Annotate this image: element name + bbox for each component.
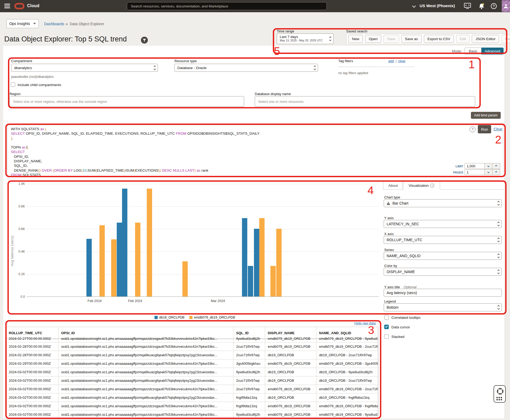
table-row: 2024-03-02T00:00:00.000Zocid1.opsidataba… (6, 385, 378, 393)
region-selector[interactable]: US West (Phoenix) (420, 3, 455, 8)
mode-advanced-button[interactable]: Advanced (481, 48, 504, 54)
compartment-select[interactable]: dbanalytics (11, 64, 158, 72)
user-avatar[interactable] (502, 0, 510, 12)
saved-search-edit-button[interactable]: Edit (456, 35, 470, 43)
tab-visualization-label: Visualization (409, 184, 429, 188)
data-cursor-checkbox[interactable] (384, 325, 389, 329)
legend-item[interactable]: db19_ORCLPDB (154, 316, 185, 319)
database-display-name-input[interactable] (255, 96, 475, 107)
tag-filters-clear-link[interactable]: clear (398, 59, 406, 63)
table-cell: 2024-02-27T00:00:00.000Z (6, 334, 58, 342)
saved-search-save-as-button[interactable]: Save as (401, 35, 422, 43)
support-widget[interactable] (494, 385, 506, 403)
breadcrumb-separator: » (66, 22, 68, 26)
tag-filters-add-link[interactable]: add (388, 59, 394, 63)
table-row: 2024-02-28T00:00:00.000Zocid1.opsidataba… (6, 342, 378, 351)
legend-item[interactable]: emdb079_db19_ORCLPDB (189, 316, 235, 319)
saved-search-export-to-csv-button[interactable]: Export to CSV (424, 35, 454, 43)
include-child-compartments-checkbox[interactable] (11, 82, 15, 87)
sql-line: DENSE_RANK() OVER (ORDER BY LOG(10,SUM(E… (11, 168, 452, 173)
table-cell: ocid1.opsidatabaseinsight.oc1.phx.amaaaa… (58, 351, 233, 359)
resource-type-select[interactable]: Database - Oracle (174, 64, 318, 72)
bar-db19_ORCLPDB (242, 218, 247, 296)
saved-search-delete-button[interactable]: Delete (501, 35, 510, 43)
table-cell: emdb079_db19_ORCLPDB - 2cuc71f0r97wp (316, 342, 378, 351)
chart-type-select[interactable]: Bar Chart (384, 199, 502, 207)
table-row: 2024-03-02T00:00:00.000Zocid1.opsidataba… (6, 393, 378, 402)
table-row: 2024-02-27T00:00:00.000Zocid1.opsidataba… (6, 339, 378, 342)
tab-visualization[interactable]: Visualization i (403, 181, 440, 190)
table-row: 2024-02-29T00:00:00.000Zocid1.opsidataba… (6, 359, 378, 368)
tab-about[interactable]: About (383, 181, 403, 190)
legend-position-select[interactable]: Bottom (384, 303, 502, 311)
breadcrumb-dashboards-link[interactable]: Dashboards (44, 22, 64, 26)
resource-type-label: Resource type (174, 59, 197, 63)
query-help-icon[interactable]: ? (470, 126, 475, 132)
table-cell: emdb079_db19_ORCLPDB - 9yw8ud3cd6j2h (316, 334, 378, 342)
pages-field[interactable]: 1 (465, 169, 485, 175)
bar-db19_ORCLPDB (86, 239, 92, 296)
correlated-tooltips-checkbox[interactable] (384, 315, 389, 320)
pages-decrement-button[interactable] (484, 169, 492, 175)
table-cell: 2024-02-29T00:00:00.000Z (6, 359, 58, 368)
brand-label: Cloud (27, 3, 39, 8)
table-cell: 2024-03-02T00:00:00.000Z (6, 410, 58, 419)
saved-search-label: Saved search (346, 29, 367, 33)
table-cell: fngtf9dta13zq (233, 393, 265, 402)
table-cell: emdb079_db19_ORCLPDB (265, 410, 316, 419)
chevron-down-icon[interactable] (412, 4, 416, 8)
hide-raw-data-link[interactable]: Hide raw data (330, 321, 376, 325)
x-axis-select[interactable]: ROLLUP_TIME_UTC (384, 236, 502, 244)
y-tick-label: 1.0K (13, 182, 25, 186)
time-range-select[interactable]: Last 7 days May 13, 2025 - May 20, 2025 … (277, 33, 333, 44)
limit-increment-button[interactable] (492, 163, 500, 169)
table-cell: 9yw8ud3cd6j2h (233, 368, 265, 376)
pages-increment-button[interactable] (492, 169, 500, 175)
grid-dots-icon (496, 397, 504, 400)
table-cell: fngtf9dta13zq (233, 402, 265, 410)
y-axis-select[interactable]: LATENCY_IN_SEC (384, 220, 502, 228)
table-cell: emdb079_db19_ORCLPDB - 9yw8ud3cd6j2h (316, 410, 378, 419)
saved-search-open-button[interactable]: Open (365, 35, 381, 43)
x-axis-label: X axis (384, 232, 394, 236)
global-search-input[interactable] (127, 2, 327, 10)
sql-line: ), (11, 136, 452, 141)
y-axis-title-label: Y axis titleOptional (384, 285, 416, 289)
sql-line (11, 141, 452, 145)
region-filter-input[interactable] (10, 96, 244, 107)
table-row: 2024-03-02T00:00:00.000Zocid1.opsidataba… (6, 410, 378, 419)
table-cell: emdb079_db19_ORCLPDB (265, 342, 316, 351)
bar-emdb079_db19_ORCLPDB (135, 223, 140, 296)
x-tick-label: Mar 2024 (211, 299, 225, 303)
table-cell: emdb079_db19_ORCLPDB (265, 385, 316, 393)
service-selector-ops-insights[interactable]: Ops Insights (6, 19, 39, 28)
saved-search-json-editor-button[interactable]: JSON Editor (472, 35, 499, 43)
spinner-icon (314, 66, 316, 70)
color-by-label: Color by (384, 264, 397, 268)
saved-search-new-button[interactable]: New (348, 35, 363, 43)
limit-decrement-button[interactable] (484, 163, 492, 169)
help-icon[interactable]: ? (491, 3, 497, 9)
limit-field[interactable]: 1,000 (465, 163, 485, 169)
sql-query-text[interactable]: WITH SQLSTATS as (SELECT OPSI_ID, DISPLA… (11, 127, 452, 177)
notifications-bell-icon[interactable] (478, 3, 485, 11)
table-cell: emdb079_db19_ORCLPDB (265, 334, 316, 342)
clear-link[interactable]: Clear (494, 127, 502, 131)
filter-funnel-icon[interactable] (141, 37, 148, 44)
legend-position-label: Legend (384, 299, 396, 303)
run-button[interactable]: Run (478, 125, 491, 133)
menu-icon[interactable] (4, 4, 10, 9)
stacked-checkbox[interactable] (384, 334, 389, 339)
series-select[interactable]: NAME_AND_SQLID (384, 252, 502, 260)
mode-label: Mode: (452, 49, 462, 53)
pages-label: PAGES (453, 171, 463, 174)
sql-line: DISPLAY_NAME, (11, 159, 452, 163)
mode-basic-button[interactable]: Basic (465, 48, 482, 54)
saved-search-save-button[interactable]: Save (383, 35, 399, 43)
cloud-shell-icon[interactable] (464, 3, 471, 10)
table-body: 2024-02-27T00:00:00.000Zocid1.opsidataba… (6, 339, 378, 419)
y-axis-title-input[interactable]: Avg latency (secs) (384, 289, 502, 297)
add-bind-param-button[interactable]: Add bind param (471, 112, 501, 119)
table-cell: 2cuc71f0r97wp (233, 376, 265, 385)
color-by-select[interactable]: DISPLAY_NAME (384, 268, 502, 276)
